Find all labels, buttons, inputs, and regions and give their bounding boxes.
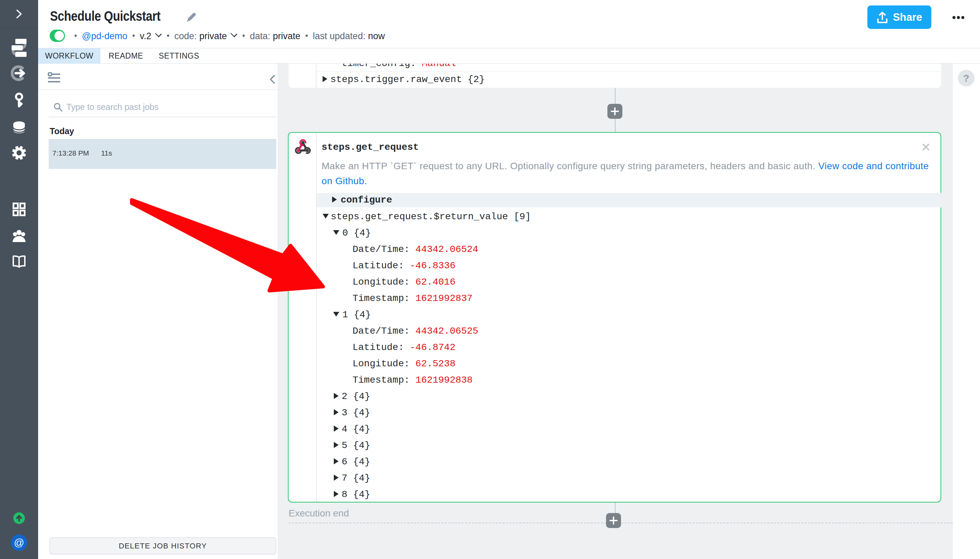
svg-text:@: @ xyxy=(14,537,24,548)
